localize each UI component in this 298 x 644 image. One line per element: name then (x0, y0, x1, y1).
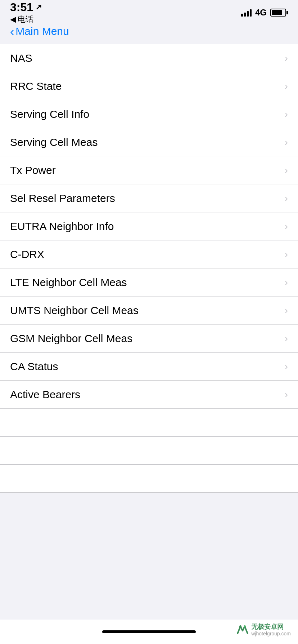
status-time: 3:51 ↗ (10, 1, 42, 14)
network-type: 4G (255, 8, 267, 18)
location-icon: ↗ (35, 3, 42, 12)
empty-item-1 (0, 409, 298, 437)
menu-item-chevron-ca-status: › (285, 361, 288, 372)
menu-item-chevron-serving-cell-meas: › (285, 137, 288, 148)
menu-item-chevron-nas: › (285, 52, 288, 64)
menu-item-c-drx[interactable]: C-DRX› (0, 240, 298, 268)
signal-bar-1 (241, 14, 243, 17)
status-bar-right: 4G (241, 8, 288, 18)
menu-item-lte-neighbor-cell-meas[interactable]: LTE Neighbor Cell Meas› (0, 268, 298, 296)
menu-item-label-serving-cell-meas: Serving Cell Meas (10, 136, 98, 148)
empty-item-2 (0, 437, 298, 465)
menu-item-chevron-active-bearers: › (285, 389, 288, 400)
menu-list: NAS›RRC State›Serving Cell Info›Serving … (0, 44, 298, 409)
home-indicator (102, 630, 196, 633)
menu-item-chevron-tx-power: › (285, 165, 288, 176)
menu-item-label-sel-resel-parameters: Sel Resel Parameters (10, 192, 115, 204)
menu-item-chevron-sel-resel-parameters: › (285, 193, 288, 204)
menu-item-chevron-gsm-neighbor-cell-meas: › (285, 333, 288, 344)
status-phone: ◀ 电话 (10, 14, 42, 25)
menu-item-sel-resel-parameters[interactable]: Sel Resel Parameters› (0, 184, 298, 212)
menu-item-label-eutra-neighbor-info: EUTRA Neighbor Info (10, 220, 114, 233)
empty-item-3 (0, 465, 298, 493)
back-chevron-icon: ‹ (10, 25, 14, 37)
battery-tip (286, 11, 288, 14)
menu-item-chevron-lte-neighbor-cell-meas: › (285, 277, 288, 288)
back-button[interactable]: ‹ Main Menu (10, 25, 69, 37)
menu-item-label-gsm-neighbor-cell-meas: GSM Neighbor Cell Meas (10, 332, 132, 345)
menu-item-serving-cell-meas[interactable]: Serving Cell Meas› (0, 128, 298, 156)
menu-item-chevron-umts-neighbor-cell-meas: › (285, 305, 288, 316)
watermark: 无极安卓网 wjhotelgroup.com (236, 623, 291, 637)
menu-item-ca-status[interactable]: CA Status› (0, 353, 298, 381)
status-bar-left: 3:51 ↗ ◀ 电话 (10, 1, 42, 25)
back-label: Main Menu (15, 25, 69, 37)
menu-item-nas[interactable]: NAS› (0, 44, 298, 72)
menu-item-tx-power[interactable]: Tx Power› (0, 156, 298, 184)
status-bar: 3:51 ↗ ◀ 电话 4G (0, 0, 298, 22)
signal-bar-2 (244, 13, 246, 17)
menu-item-rrc-state[interactable]: RRC State› (0, 72, 298, 100)
battery (270, 9, 288, 17)
menu-item-chevron-serving-cell-info: › (285, 109, 288, 120)
svg-point-1 (244, 625, 246, 627)
menu-item-active-bearers[interactable]: Active Bearers› (0, 381, 298, 409)
menu-item-umts-neighbor-cell-meas[interactable]: UMTS Neighbor Cell Meas› (0, 296, 298, 325)
menu-item-label-active-bearers: Active Bearers (10, 388, 80, 401)
time-display: 3:51 (10, 1, 33, 14)
signal-bar-3 (247, 11, 249, 17)
menu-item-chevron-eutra-neighbor-info: › (285, 221, 288, 232)
menu-item-chevron-rrc-state: › (285, 80, 288, 92)
watermark-site-url: wjhotelgroup.com (251, 631, 291, 637)
phone-label: 电话 (18, 14, 33, 25)
menu-item-label-rrc-state: RRC State (10, 80, 62, 92)
menu-item-label-nas: NAS (10, 52, 32, 64)
menu-item-label-umts-neighbor-cell-meas: UMTS Neighbor Cell Meas (10, 304, 139, 317)
watermark-icon (236, 624, 249, 636)
nav-header: ‹ Main Menu (0, 22, 298, 44)
watermark-site-name: 无极安卓网 (251, 623, 291, 631)
signal-bar-4 (250, 9, 252, 17)
menu-item-eutra-neighbor-info[interactable]: EUTRA Neighbor Info› (0, 212, 298, 240)
menu-item-chevron-c-drx: › (285, 249, 288, 260)
battery-fill (272, 10, 282, 15)
menu-item-label-c-drx: C-DRX (10, 248, 44, 261)
menu-item-gsm-neighbor-cell-meas[interactable]: GSM Neighbor Cell Meas› (0, 325, 298, 353)
signal-bars (241, 9, 252, 17)
menu-item-label-tx-power: Tx Power (10, 164, 56, 176)
menu-item-label-lte-neighbor-cell-meas: LTE Neighbor Cell Meas (10, 276, 127, 289)
watermark-text: 无极安卓网 wjhotelgroup.com (251, 623, 291, 637)
menu-item-serving-cell-info[interactable]: Serving Cell Info› (0, 100, 298, 128)
phone-back-arrow: ◀ (10, 15, 16, 24)
menu-item-label-ca-status: CA Status (10, 360, 58, 373)
battery-body (270, 9, 286, 17)
svg-point-0 (239, 625, 241, 627)
menu-item-label-serving-cell-info: Serving Cell Info (10, 108, 89, 120)
